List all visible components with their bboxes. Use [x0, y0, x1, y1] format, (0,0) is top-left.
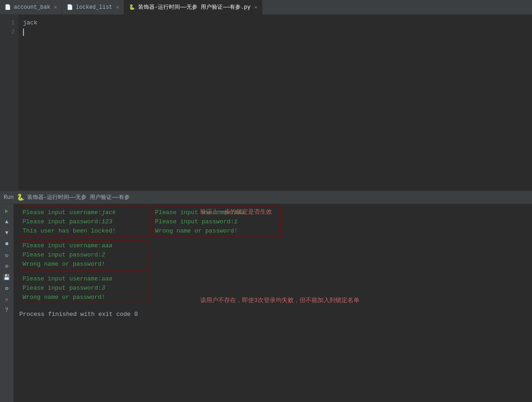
tab-locked-list[interactable]: 📄 locked_list ✕: [62, 0, 124, 15]
text-cursor: [23, 29, 24, 36]
output-text-3-3: Wrong name or password!: [23, 261, 105, 268]
scroll-up-button[interactable]: ▲: [2, 217, 12, 227]
output-text-1-3: This user has been locked!: [23, 227, 116, 234]
scroll-down-button[interactable]: ▼: [2, 228, 12, 238]
output-line-1-2: Please input password:123: [23, 217, 145, 227]
output-line-3-1: Please input username:aaa: [23, 241, 145, 251]
line-numbers: 1 2: [0, 15, 18, 190]
output-value-2-2: 1: [234, 218, 237, 225]
annotation-2: 该用户不存在，即使3次登录均失败，但不能加入到锁定名单: [200, 296, 359, 305]
save-button[interactable]: 💾: [2, 272, 12, 282]
output-value-4-2: 3: [102, 285, 105, 291]
bottom-panel: Run 🐍 装饰器-运行时间——无参 用户验证——有参 ▶ ▲ ▼ ■ ↻ ⊙ …: [0, 190, 532, 402]
tab-close-btn[interactable]: ✕: [54, 4, 57, 10]
output-line-3-2: Please input password:2: [23, 251, 145, 260]
output-prefix-4-2: Please input password:: [23, 285, 102, 291]
output-prefix-3-2: Please input password:: [23, 251, 102, 258]
output-line-4-3: Wrong name or password!: [23, 293, 145, 302]
output-value-4-1: aaa: [102, 275, 112, 282]
file-icon-2: 📄: [67, 4, 73, 11]
close-button[interactable]: ✕: [2, 294, 12, 304]
output-value-1-2: 123: [102, 218, 112, 225]
tab-bar: 📄 account_bak ✕ 📄 locked_list ✕ 🐍 装饰器-运行…: [0, 0, 532, 15]
tab-label: account_bak: [14, 4, 50, 11]
code-line-1: jack: [23, 18, 527, 28]
output-block-1: Please input username:jack Please input …: [19, 207, 148, 237]
output-prefix-1-2: Please input password:: [23, 218, 102, 225]
tab-decorator-py[interactable]: 🐍 装饰器-运行时间——无参 用户验证——有参.py ✕: [124, 0, 262, 15]
output-prefix-1-1: Please input username:: [23, 209, 102, 216]
console-output: Please input username:jack Please input …: [14, 204, 532, 402]
run-button[interactable]: ▶: [2, 206, 12, 216]
editor-content[interactable]: jack: [18, 15, 532, 190]
output-line-2-2: Please input password:1: [155, 217, 278, 227]
stop-button[interactable]: ■: [2, 239, 12, 249]
run-title: 装饰器-运行时间——无参 用户验证——有参: [27, 193, 130, 201]
output-line-1-1: Please input username:jack: [23, 208, 145, 217]
output-block-4: Please input username:aaa Please input p…: [19, 273, 148, 303]
output-block-3: Please input username:aaa Please input p…: [19, 240, 148, 270]
output-prefix-3-1: Please input username:: [23, 242, 102, 249]
output-line-2-3: Wrong name or password!: [155, 227, 278, 236]
output-line-3-3: Wrong name or password!: [23, 260, 145, 269]
run-bar: Run 🐍 装饰器-运行时间——无参 用户验证——有参: [0, 191, 532, 204]
tab-label-3: 装饰器-运行时间——无参 用户验证——有参.py: [138, 3, 251, 11]
output-prefix-2-2: Please input password:: [155, 218, 234, 225]
side-toolbar: ▶ ▲ ▼ ■ ↻ ⊙ 💾 ⚙ ✕ ?: [0, 204, 14, 402]
output-text-2-3: Wrong name or password!: [155, 227, 237, 234]
output-prefix-4-1: Please input username:: [23, 275, 102, 282]
tab-close-btn-2[interactable]: ✕: [116, 4, 119, 10]
tab-close-btn-3[interactable]: ✕: [254, 4, 258, 10]
process-line: Process finished with exit code 0: [19, 310, 526, 319]
tab-label-2: locked_list: [76, 4, 112, 11]
python-icon: 🐍: [129, 4, 135, 11]
pin-button[interactable]: ⊙: [2, 261, 12, 271]
panel-body: ▶ ▲ ▼ ■ ↻ ⊙ 💾 ⚙ ✕ ? Please input usernam…: [0, 204, 532, 402]
settings-button[interactable]: ⚙: [2, 283, 12, 293]
run-emoji: 🐍: [17, 193, 24, 201]
rerun-button[interactable]: ↻: [2, 250, 12, 260]
code-line-2: [23, 28, 527, 37]
output-text-4-3: Wrong name or password!: [23, 294, 105, 301]
file-icon: 📄: [5, 4, 11, 11]
output-value-3-1: aaa: [102, 242, 112, 249]
run-label: Run: [4, 194, 14, 201]
help-button[interactable]: ?: [2, 305, 12, 315]
tab-account-bak[interactable]: 📄 account_bak ✕: [0, 0, 62, 15]
output-value-1-1: jack: [102, 209, 116, 216]
code-text-1: jack: [23, 18, 37, 28]
output-line-1-3: This user has been locked!: [23, 227, 145, 236]
editor-area: 1 2 jack: [0, 15, 532, 190]
annotation-1: 验证上一步的锁定是否生效: [200, 208, 272, 217]
output-line-4-2: Please input password:3: [23, 284, 145, 293]
output-line-4-1: Please input username:aaa: [23, 274, 145, 284]
output-value-3-2: 2: [102, 251, 105, 258]
